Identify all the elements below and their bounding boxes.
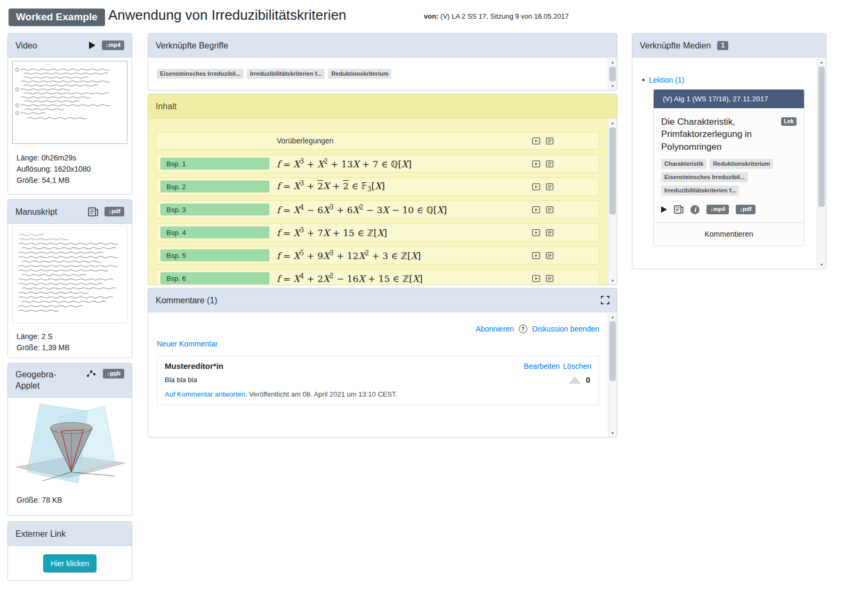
content-row-icons: [532, 224, 553, 241]
byline-text: (V) LA 2 SS 17, Sitzung 9 von 16.05.2017: [438, 12, 568, 20]
term-chip[interactable]: Eisensteinsches Irreduzibil...: [157, 69, 244, 79]
video-thumbnail[interactable]: [12, 61, 127, 144]
term-chip[interactable]: Reduktionskriterium: [328, 69, 391, 79]
media-card-title-text: Die Charakteristik, Primfaktorzerlegung …: [661, 117, 752, 152]
manuscript-page-icon[interactable]: [546, 252, 553, 259]
manuscript-meta: Länge: 2 S Größe: 1,39 MB: [8, 327, 132, 358]
manuscript-page-icon[interactable]: [546, 206, 553, 213]
content-row[interactable]: Bsp. 1 f = X3 + X2 + 13X + 7 ∈ ℚ[X]: [156, 155, 599, 173]
fullscreen-icon[interactable]: [601, 296, 609, 304]
media-card-icons: i ↓mp4 ↓pdf: [661, 205, 797, 214]
help-icon[interactable]: ?: [519, 325, 527, 333]
scrollbar-down-arrow[interactable]: ▼: [608, 277, 617, 285]
term-chip[interactable]: Eisensteinsches Irreduzibil...: [661, 172, 748, 182]
content-row-formula: Vorüberlegungen: [277, 136, 334, 145]
manuscript-thumbnail[interactable]: [12, 225, 127, 324]
scrollbar-thumb[interactable]: [609, 67, 616, 82]
term-chip[interactable]: Reduktionskriterium: [710, 159, 773, 169]
comments-scrollbar[interactable]: ▲ ▼: [608, 313, 617, 437]
content-row[interactable]: Bsp. 5 f = X5 + 9X3 + 12X2 + 3 ∈ ℤ[X]: [156, 246, 599, 264]
manuscript-panel: Manuskript ↓pdf: [7, 199, 132, 358]
comment-delete-link[interactable]: Löschen: [563, 362, 591, 370]
manuscript-page-icon[interactable]: [546, 229, 553, 236]
media-comment-action[interactable]: Kommentieren: [661, 223, 797, 246]
lektion-group-link[interactable]: Lektion (1): [649, 76, 684, 84]
media-card-title: Die Charakteristik, Primfaktorzerlegung …: [661, 116, 797, 153]
scrollbar-thumb[interactable]: [609, 321, 616, 381]
play-segment-icon[interactable]: [532, 160, 540, 167]
subscribe-link[interactable]: Abonnieren: [476, 325, 514, 333]
play-segment-icon[interactable]: [532, 252, 540, 259]
play-segment-icon[interactable]: [532, 229, 540, 236]
end-discussion-link[interactable]: Diskussion beenden: [532, 325, 599, 333]
geogebra-thumbnail[interactable]: [12, 400, 127, 488]
reply-link[interactable]: Auf Kommentar antworten.: [165, 390, 247, 398]
term-chip[interactable]: Irreduzibilitätskriterien f...: [247, 69, 325, 79]
play-icon[interactable]: [661, 206, 667, 213]
manuscript-page-icon[interactable]: [546, 138, 553, 144]
media-card[interactable]: (V) Alg 1 (WS 17/18), 27.11.2017 Die Cha…: [653, 89, 805, 246]
scrollbar-up-arrow[interactable]: ▲: [608, 58, 617, 66]
scrollbar-up-arrow[interactable]: ▲: [608, 313, 617, 321]
media-card-header[interactable]: (V) Alg 1 (WS 17/18), 27.11.2017: [654, 90, 804, 108]
terms-scrollbar[interactable]: ▲ ▼: [608, 58, 617, 90]
term-chip[interactable]: Charakteristik: [661, 159, 706, 169]
scrollbar-track[interactable]: [608, 66, 617, 82]
video-panel: Video ↓mp4: [7, 33, 132, 195]
scrollbar-track[interactable]: [817, 66, 826, 261]
download-pdf-badge[interactable]: ↓pdf: [105, 207, 124, 216]
content-row[interactable]: Bsp. 3 f = X4 − 6X3 + 6X2 − 3X − 10 ∈ ℚ[…: [156, 200, 599, 219]
scrollbar-track[interactable]: [608, 321, 617, 429]
content-scrollbar[interactable]: ▲ ▼: [608, 119, 617, 285]
new-comment-link[interactable]: Neuer Kommentar: [157, 340, 218, 348]
scrollbar-up-arrow[interactable]: ▲: [817, 58, 826, 66]
byline: von: (V) LA 2 SS 17, Sitzung 9 von 16.05…: [424, 12, 569, 20]
geogebra-panel-title: Geogebra-Applet: [15, 369, 65, 391]
linked-terms-header: Verknüpfte Begriffe: [148, 34, 617, 58]
content-row-formula: f = X3 + 7X + 15 ∈ ℤ[X]: [277, 227, 387, 238]
manuscript-page-icon[interactable]: [546, 160, 553, 167]
worked-example-badge: Worked Example: [9, 9, 105, 26]
content-row-icons: [532, 201, 553, 218]
vote-count: 0: [586, 375, 590, 384]
manuscript-page-icon[interactable]: [546, 183, 553, 190]
download-mp4-badge[interactable]: ↓mp4: [706, 205, 729, 214]
upvote-icon[interactable]: [568, 376, 581, 384]
content-row[interactable]: Bsp. 6 f = X4 + 2X2 − 16X + 15 ∈ ℤ[X]: [156, 269, 599, 285]
content-row[interactable]: Bsp. 2 f = X3 + 2X + 2 ∈ 𝔽3[X]: [156, 178, 599, 196]
geogebra-size: Größe: 78 KB: [17, 495, 123, 506]
content-row-label: Bsp. 6: [160, 272, 269, 284]
manuscript-page-icon[interactable]: [546, 275, 553, 282]
download-ggb-badge[interactable]: ↓ggb: [103, 369, 124, 378]
content-row[interactable]: Vorüberlegungen: [156, 132, 599, 150]
info-icon[interactable]: i: [690, 205, 700, 214]
comments-panel: Kommentare (1) Abonnieren ? Diskussion b…: [148, 288, 617, 438]
scrollbar-down-arrow[interactable]: ▼: [817, 261, 826, 269]
play-icon[interactable]: [89, 42, 95, 49]
download-pdf-badge[interactable]: ↓pdf: [736, 205, 756, 214]
content-row[interactable]: Bsp. 4 f = X3 + 7X + 15 ∈ ℤ[X]: [156, 223, 599, 241]
manuscript-icon[interactable]: [674, 205, 684, 214]
play-segment-icon[interactable]: [532, 138, 540, 144]
scrollbar-thumb[interactable]: [818, 67, 825, 207]
play-segment-icon[interactable]: [532, 206, 540, 213]
term-chip[interactable]: Irreduzibilitätskriterien f...: [661, 185, 739, 196]
video-size: Größe: 54,1 MB: [17, 175, 123, 186]
media-card-tags: CharakteristikReduktionskriteriumEisenst…: [661, 159, 781, 196]
media-scrollbar[interactable]: ▲ ▼: [817, 58, 826, 269]
scrollbar-track[interactable]: [608, 127, 617, 277]
media-count-badge: 1: [717, 41, 728, 50]
external-link-button[interactable]: Hier klicken: [43, 554, 97, 572]
geogebra-icon[interactable]: [86, 369, 97, 378]
scrollbar-up-arrow[interactable]: ▲: [608, 119, 617, 127]
scrollbar-thumb[interactable]: [609, 127, 616, 214]
play-segment-icon[interactable]: [532, 183, 540, 190]
comment-edit-link[interactable]: Bearbeiten: [524, 362, 560, 370]
manuscript-preview: [13, 226, 127, 323]
scrollbar-down-arrow[interactable]: ▼: [608, 429, 617, 437]
scrollbar-down-arrow[interactable]: ▼: [608, 82, 617, 90]
play-segment-icon[interactable]: [532, 275, 540, 282]
download-mp4-badge[interactable]: ↓mp4: [102, 41, 124, 50]
manuscript-icon[interactable]: [88, 207, 98, 216]
comments-actions: Abonnieren ? Diskussion beenden: [157, 325, 599, 333]
